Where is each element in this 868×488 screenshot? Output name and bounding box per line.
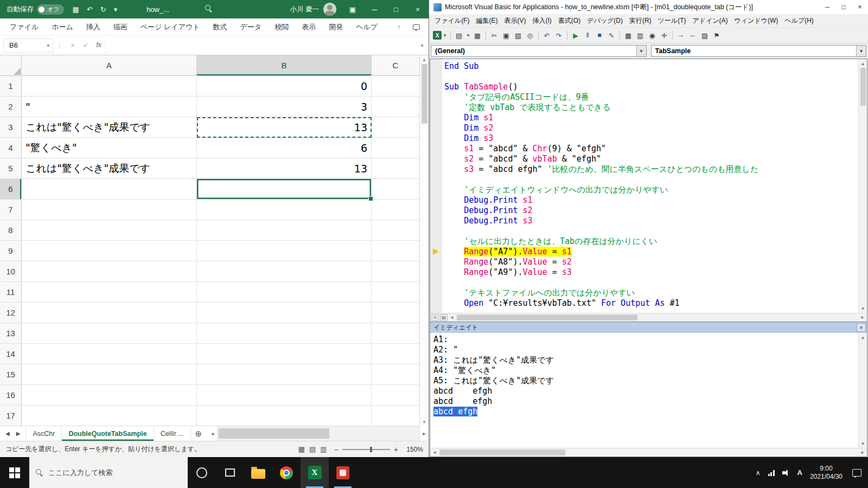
ime-indicator[interactable]: A <box>797 468 802 477</box>
cell-B16[interactable] <box>197 385 372 406</box>
cell-A17[interactable] <box>22 406 197 426</box>
cell-B11[interactable] <box>197 282 372 303</box>
scrollbar-thumb[interactable] <box>422 64 427 124</box>
row-header-1[interactable]: 1 <box>0 76 22 97</box>
chevron-down-icon[interactable]: ▾ <box>442 30 448 41</box>
cell-B5[interactable]: 13 <box>197 158 372 179</box>
outdent-icon[interactable]: ← <box>687 30 698 41</box>
ribbon-tab[interactable]: ホーム <box>45 18 80 35</box>
cell-B4[interactable]: 6 <box>197 138 372 158</box>
cell-A12[interactable] <box>22 303 197 323</box>
column-header-C[interactable]: C <box>372 55 419 75</box>
cell-C4[interactable] <box>372 138 419 158</box>
row-header-3[interactable]: 3 <box>0 117 22 138</box>
object-dropdown[interactable]: (General) ▾ <box>431 45 647 57</box>
column-header-B[interactable]: B <box>197 55 372 75</box>
scroll-up-icon[interactable]: ▲ <box>859 333 867 342</box>
ribbon-tab[interactable]: ページ レイアウト <box>134 18 207 35</box>
cell-B12[interactable] <box>197 303 372 323</box>
task-view-button[interactable] <box>216 457 244 488</box>
hscroll-left-icon[interactable]: ◄ <box>208 431 217 436</box>
minimize-button[interactable]: ─ <box>819 0 835 14</box>
run-icon[interactable]: ▶ <box>570 30 581 41</box>
taskbar-search-box[interactable]: ここに入力して検索 <box>29 457 188 488</box>
find-icon[interactable]: ◎ <box>525 30 535 41</box>
cell-A15[interactable] <box>22 364 197 385</box>
hscroll-right-icon[interactable]: ► <box>420 431 429 436</box>
chevron-down-icon[interactable]: ▾ <box>636 46 646 56</box>
cell-A10[interactable] <box>22 261 197 282</box>
cell-B15[interactable] <box>197 364 372 385</box>
break-icon[interactable]: ‖ <box>582 30 593 41</box>
paste-icon[interactable]: ▧ <box>513 30 524 41</box>
new-sheet-button[interactable]: ⊕ <box>191 426 206 441</box>
chevron-down-icon[interactable]: ▾ <box>465 30 471 41</box>
cell-A7[interactable] <box>22 200 197 220</box>
cell-C14[interactable] <box>372 344 419 364</box>
cell-B8[interactable] <box>197 220 372 241</box>
ribbon-tab[interactable]: 校閲 <box>268 18 295 35</box>
cell-B9[interactable] <box>197 241 372 261</box>
row-header-10[interactable]: 10 <box>0 261 22 282</box>
cell-C7[interactable] <box>372 200 419 220</box>
sheet-tab[interactable]: DoubleQuoteTabSample <box>62 426 154 441</box>
vba-menu-item[interactable]: 書式(O) <box>555 16 584 25</box>
ribbon-tab[interactable]: 挿入 <box>80 18 107 35</box>
row-header-7[interactable]: 7 <box>0 200 22 220</box>
chevron-up-icon[interactable]: ∧ <box>756 469 761 477</box>
vba-menu-item[interactable]: 挿入(I) <box>529 16 554 25</box>
comment-block-icon[interactable]: ▨ <box>699 30 710 41</box>
full-module-view-icon[interactable]: ▤ <box>440 314 448 321</box>
sheet-tab[interactable]: AscChr <box>25 426 62 441</box>
cell-C11[interactable] <box>372 282 419 303</box>
cell-C5[interactable] <box>372 158 419 179</box>
cell-C6[interactable] <box>372 179 419 200</box>
ribbon-tab[interactable]: ヘルプ <box>349 18 384 35</box>
scroll-left-icon[interactable]: ◄ <box>430 450 439 455</box>
vba-menu-item[interactable]: 編集(E) <box>473 16 501 25</box>
expand-formula-bar-icon[interactable]: ▾ <box>416 43 429 48</box>
zoom-in-icon[interactable]: + <box>394 445 398 454</box>
sheet-nav-right-icon[interactable]: ▶ <box>16 431 21 436</box>
hscroll-track[interactable] <box>217 426 420 441</box>
cell-A13[interactable] <box>22 323 197 344</box>
formula-input[interactable] <box>105 38 416 53</box>
row-header-11[interactable]: 11 <box>0 282 22 303</box>
cancel-icon[interactable]: × <box>66 41 79 49</box>
code-lines[interactable]: End SubSub TabSample() 'タブ記号のASCIIコードは、9… <box>442 59 858 313</box>
undo-icon[interactable]: ↶ <box>87 5 93 14</box>
cell-B2[interactable]: 3 <box>197 97 372 117</box>
hscroll-thumb[interactable] <box>457 314 637 320</box>
cell-A9[interactable] <box>22 241 197 261</box>
immediate-vertical-scrollbar[interactable]: ▲ ▼ <box>858 333 867 448</box>
cell-C16[interactable] <box>372 385 419 406</box>
object-browser-icon[interactable]: ◉ <box>647 30 658 41</box>
procedure-dropdown[interactable]: TabSample ▾ <box>651 45 867 57</box>
redo-icon[interactable]: ↷ <box>553 30 564 41</box>
ribbon-tab[interactable]: 表示 <box>295 18 322 35</box>
ribbon-tab[interactable]: 数式 <box>207 18 234 35</box>
row-header-4[interactable]: 4 <box>0 138 22 158</box>
hscroll-thumb[interactable] <box>439 450 565 455</box>
redo-icon[interactable]: ↻ <box>100 5 106 14</box>
vba-menu-item[interactable]: 表示(V) <box>501 16 529 25</box>
scroll-up-icon[interactable]: ▲ <box>420 55 429 64</box>
view-excel-icon[interactable]: X <box>433 31 442 40</box>
cell-C2[interactable] <box>372 97 419 117</box>
vba-menu-item[interactable]: ヘルプ(H) <box>781 16 817 25</box>
cell-C13[interactable] <box>372 323 419 344</box>
close-icon[interactable]: × <box>857 323 866 332</box>
vba-menu-item[interactable]: アドイン(A) <box>689 16 731 25</box>
immediate-titlebar[interactable]: イミディエイト × <box>430 322 867 333</box>
row-header-5[interactable]: 5 <box>0 158 22 179</box>
row-header-14[interactable]: 14 <box>0 344 22 364</box>
cell-B1[interactable]: 0 <box>197 76 372 97</box>
scroll-up-icon[interactable]: ▲ <box>859 59 867 68</box>
cortana-button[interactable] <box>188 457 216 488</box>
name-box[interactable]: B6 ▾ <box>3 38 53 53</box>
cell-A2[interactable]: " <box>22 97 197 117</box>
hscroll-track[interactable] <box>439 448 858 457</box>
cell-B14[interactable] <box>197 344 372 364</box>
vba-menu-item[interactable]: デバッグ(D) <box>584 16 626 25</box>
row-header-16[interactable]: 16 <box>0 385 22 406</box>
